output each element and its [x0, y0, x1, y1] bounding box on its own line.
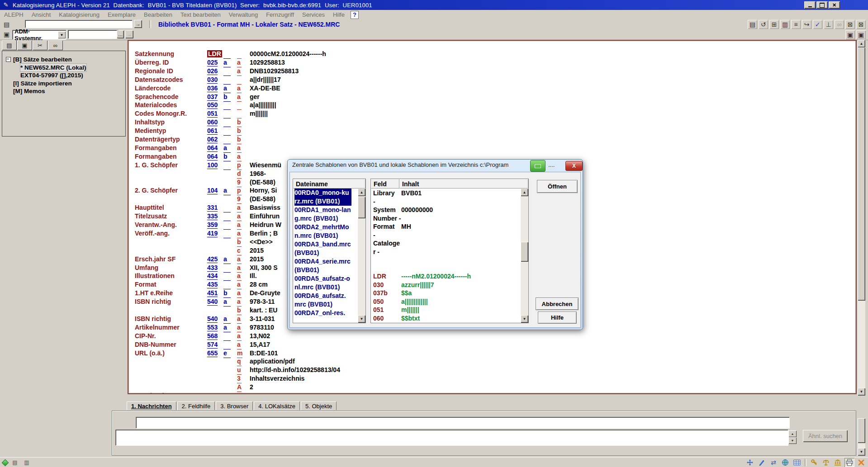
go-record-button[interactable]: →: [134, 20, 142, 28]
close-record-icon[interactable]: ⊠: [845, 20, 855, 29]
subfield-code[interactable]: a: [237, 280, 242, 289]
open-book-icon[interactable]: ▥: [780, 20, 790, 29]
bank-icon[interactable]: [833, 458, 843, 467]
lasso-icon[interactable]: ↺: [759, 20, 768, 29]
subfield-code[interactable]: a: [237, 272, 242, 281]
subfield-code[interactable]: a: [237, 323, 242, 332]
record-row[interactable]: Formangaben064aa: [135, 144, 854, 152]
field-value[interactable]: <<De>>: [250, 238, 273, 246]
field-value[interactable]: 9783110: [250, 323, 274, 332]
field-tag[interactable]: 062: [207, 136, 218, 143]
record-row[interactable]: A2: [135, 383, 854, 392]
field-indicator[interactable]: [223, 264, 231, 273]
field-indicator[interactable]: [223, 101, 231, 110]
preview-scroll-down-icon[interactable]: ▼: [521, 315, 528, 323]
subfield-code[interactable]: d: [237, 170, 242, 179]
subfield-code[interactable]: [237, 75, 242, 85]
field-indicator[interactable]: [223, 212, 231, 221]
dialog-close-button[interactable]: X: [565, 161, 583, 171]
field-value[interactable]: 15,A17: [250, 340, 270, 349]
record-row[interactable]: URL (o.ä.)655emB:DE-101: [135, 349, 854, 358]
template-file-item[interactable]: 00RDA7_onl-res.: [294, 309, 351, 317]
field-indicator[interactable]: [223, 272, 231, 281]
field-tag[interactable]: 574: [207, 341, 218, 349]
subfield-code[interactable]: p: [237, 186, 242, 195]
subfield-code[interactable]: a: [237, 340, 242, 349]
field-value[interactable]: Basiswiss: [250, 203, 280, 212]
menu-ansicht[interactable]: Ansicht: [28, 11, 55, 18]
print-icon[interactable]: [844, 458, 854, 467]
subfield-code[interactable]: b: [237, 238, 242, 247]
tab-4-lokalsätze[interactable]: 4. LOKalsätze: [254, 401, 300, 410]
menu-services[interactable]: Services: [298, 11, 329, 18]
subfield-code[interactable]: a: [237, 332, 242, 341]
field-indicator[interactable]: a: [223, 84, 231, 93]
file-scroll-down-icon[interactable]: ▼: [358, 315, 365, 323]
preview-header-inhalt[interactable]: Inhalt: [399, 179, 528, 189]
field-value[interactable]: Einführun: [250, 212, 280, 221]
field-indicator[interactable]: a: [223, 315, 231, 324]
field-tag[interactable]: 100: [207, 161, 218, 169]
close-app-icon[interactable]: [856, 458, 866, 467]
field-value[interactable]: XII, 300 S: [250, 264, 277, 272]
field-value[interactable]: application/pdf: [250, 357, 295, 366]
field-tag[interactable]: 025: [207, 59, 218, 66]
scales-icon[interactable]: [821, 458, 831, 467]
record-row[interactable]: Inhaltstyp060 b: [135, 118, 854, 127]
menu-hilfe[interactable]: Hilfe: [329, 11, 349, 18]
subfield-code[interactable]: a: [237, 264, 242, 273]
bottom-scroll-thumb[interactable]: [858, 418, 865, 443]
field-value[interactable]: (DE-588): [250, 195, 275, 203]
field-indicator[interactable]: [223, 280, 231, 289]
field-value[interactable]: 1968-: [250, 170, 266, 178]
subfield-code[interactable]: a: [237, 212, 242, 221]
preview-header-feld[interactable]: Feld: [371, 179, 399, 189]
record-row[interactable]: SatzkennungLDR 00000cM2.01200024------h: [135, 50, 854, 58]
tab-1-nachrichten[interactable]: 1. Nachrichten: [127, 401, 176, 410]
subfield-code[interactable]: a: [237, 255, 242, 264]
subfield-code[interactable]: b: [237, 135, 242, 144]
subfield-code[interactable]: a: [237, 84, 242, 93]
menu-fernzugriff[interactable]: Fernzugriff: [262, 11, 298, 18]
field-indicator[interactable]: b: [223, 152, 231, 161]
field-tag[interactable]: 540: [207, 298, 218, 306]
field-tag[interactable]: 026: [207, 67, 218, 75]
tab-cut[interactable]: ✂: [33, 40, 47, 50]
tree-item[interactable]: [M] Memos: [2, 87, 125, 95]
field-value[interactable]: 2015: [250, 255, 264, 264]
field-indicator[interactable]: b: [223, 93, 231, 102]
field-tag[interactable]: 359: [207, 221, 218, 229]
field-tag[interactable]: 060: [207, 118, 218, 126]
menu-bearbeiten[interactable]: Bearbeiten: [140, 11, 176, 18]
minimize-button[interactable]: [804, 1, 816, 9]
field-indicator[interactable]: [223, 221, 231, 230]
field-tag[interactable]: 061: [207, 127, 218, 135]
field-value[interactable]: U:MVB: [250, 392, 270, 394]
file-list-header[interactable]: Dateiname: [293, 179, 365, 189]
field-value[interactable]: Inhaltsverzeichnis: [250, 374, 304, 383]
field-value[interactable]: 978-3-11: [250, 297, 275, 306]
field-indicator[interactable]: [223, 229, 231, 238]
field-value[interactable]: 28 cm: [250, 280, 268, 289]
subfield-code[interactable]: c: [237, 246, 242, 255]
field-indicator[interactable]: b: [223, 289, 231, 298]
field-value[interactable]: 2015: [250, 246, 264, 255]
template-file-item[interactable]: 00RDA1_mono-lang.mrc (BVB01): [294, 206, 351, 223]
field-tag[interactable]: 051: [207, 110, 218, 118]
subfield-code[interactable]: a: [237, 229, 242, 238]
go-admin-button[interactable]: →: [125, 30, 133, 38]
field-value[interactable]: DNB1029258813: [250, 67, 299, 75]
template-file-item[interactable]: 00RDA3_band.mrc (BVB01): [294, 240, 351, 257]
subfield-code[interactable]: a: [237, 203, 242, 212]
browse-button[interactable]: ...: [117, 30, 124, 38]
file-scroll-thumb[interactable]: [358, 197, 365, 218]
field-indicator[interactable]: e: [223, 349, 231, 358]
tree-view-icon[interactable]: ⊞: [769, 20, 779, 29]
find-similar-icon[interactable]: ∞: [835, 20, 844, 29]
subfield-code[interactable]: q: [237, 357, 242, 366]
help-icon[interactable]: ?: [351, 11, 359, 19]
push-record-icon[interactable]: ⊥: [824, 20, 833, 29]
tree-item[interactable]: EXT04-57997 ([],2015): [2, 71, 125, 80]
field-value[interactable]: Berlin ; B: [250, 229, 278, 238]
search-similar-button[interactable]: Ähnl. suchen: [803, 430, 848, 442]
